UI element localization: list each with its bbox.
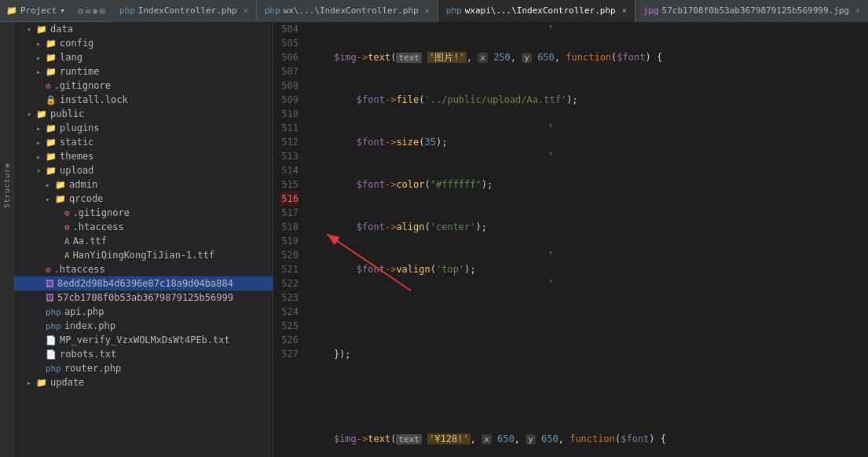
tree-file-install[interactable]: 🔒 install.lock [14, 93, 273, 107]
arrow-public [27, 110, 36, 119]
tree-file-hanyi-ttf[interactable]: A HanYiQingKongTiJian-1.ttf [14, 248, 273, 262]
code-line-510 [311, 305, 862, 319]
folder-icon-config: 📁 [46, 38, 57, 49]
tree-folder-qrcode[interactable]: 📁 qrcode [14, 192, 273, 206]
tree-file-robots[interactable]: 📄 robots.txt [14, 347, 273, 361]
php-icon: php [265, 5, 280, 16]
file-tree: 📁 data 📁 config 📁 lang 📁 runtime ⚙ .giti… [14, 22, 273, 457]
arrow-data [27, 25, 36, 34]
dropdown-icon[interactable]: ▾ [60, 5, 65, 16]
tree-folder-upload[interactable]: 📁 upload [14, 163, 273, 177]
arrow-themes [36, 152, 46, 161]
folder-icon-qrcode: 📁 [55, 194, 66, 204]
folder-icon-data: 📁 [36, 24, 47, 35]
code-line-507: $font->color("#ffffff"); [311, 177, 862, 192]
tree-file-api[interactable]: php api.php [14, 305, 273, 319]
file-icon-robots: 📄 [46, 349, 57, 360]
project-icon: 📁 [6, 5, 17, 16]
file-icon-mpverify: 📄 [46, 335, 57, 345]
editor-area: 504 505 506 507 508 509 510 511 512 513 … [273, 22, 868, 457]
toolbar-icon-2[interactable]: ≡ [85, 5, 90, 16]
file-icon-htaccess1: ⚙ [64, 222, 70, 232]
folder-icon-upload: 📁 [46, 166, 57, 176]
tree-file-index[interactable]: php index.php [14, 319, 273, 333]
code-text[interactable]: $img->text(text '图片!', x 250, y 650, fun… [305, 22, 868, 457]
file-icon-lock: 🔒 [46, 95, 57, 105]
file-icon-img1: 🖼 [46, 279, 54, 289]
tab-jpg[interactable]: jpg 57cb1708f0b53ab3679879125b569999.jpg… [635, 0, 868, 22]
arrow-admin [46, 181, 55, 189]
tree-file-gitignore2[interactable]: ⚙ .gitignore [14, 206, 273, 220]
tab-bar: php IndexController.php × php wx\...\Ind… [112, 0, 868, 22]
tree-folder-config[interactable]: 📁 config [14, 36, 273, 50]
toolbar-icon-3[interactable]: ✱ [92, 5, 97, 16]
arrow-runtime [36, 68, 46, 76]
project-label: 📁 Project ▾ [6, 5, 65, 16]
arrow-update [27, 378, 36, 387]
tab-wxapi-indexcontroller[interactable]: php wxapi\...\IndexController.php × [438, 0, 635, 22]
arrow-plugins [36, 124, 46, 133]
arrow-config [36, 39, 46, 48]
folder-icon-public: 📁 [36, 109, 47, 119]
file-icon-git2: ⚙ [64, 208, 70, 218]
line-numbers: 504 505 506 507 508 509 510 511 512 513 … [273, 22, 305, 457]
tree-file-img2[interactable]: 🖼 57cb1708f0b53ab3679879125b56999 [14, 291, 273, 305]
arrow-lang [36, 53, 46, 62]
folder-icon-static: 📁 [46, 137, 57, 148]
tab-wx-indexcontroller[interactable]: php wx\...\IndexController.php × [257, 0, 438, 22]
folder-icon-admin: 📁 [55, 180, 66, 190]
tab-close-3[interactable]: × [622, 6, 627, 15]
code-line-509: $font->valign('top'); [311, 262, 862, 276]
php-icon: php [119, 5, 135, 16]
code-container[interactable]: 504 505 506 507 508 509 510 511 512 513 … [273, 22, 868, 457]
arrow-upload [36, 166, 46, 175]
file-icon-ttf2: A [64, 250, 70, 261]
folder-icon-runtime: 📁 [46, 67, 57, 77]
arrow-qrcode [46, 195, 55, 203]
tree-file-mpverify[interactable]: 📄 MP_verify_VzxWOLMxDsWt4PEb.txt [14, 333, 273, 347]
toolbar-icon-4[interactable]: ⊞ [100, 5, 105, 16]
file-icon-index: php [46, 321, 61, 331]
code-line-504: $img->text(text '图片!', x 250, y 650, fun… [311, 50, 862, 64]
tab-close-1[interactable]: × [244, 6, 248, 15]
file-icon-htaccess2: ⚙ [46, 265, 51, 275]
tree-file-gitignore1[interactable]: ⚙ .gitignore [14, 79, 273, 93]
file-icon-api: php [46, 307, 61, 317]
jpg-icon: jpg [643, 5, 659, 16]
file-icon-img2: 🖼 [46, 293, 54, 303]
code-line-505: $font->file('../public/upload/Aa.ttf'); [311, 93, 862, 107]
toolbar-icon-1[interactable]: ⚙ [78, 5, 83, 16]
folder-icon-update: 📁 [36, 378, 47, 388]
left-strip: Structure [0, 22, 14, 457]
folder-icon-themes: 📁 [46, 152, 57, 162]
tree-file-htaccess1[interactable]: ⚙ .htaccess [14, 220, 273, 234]
tree-folder-themes[interactable]: 📁 themes [14, 149, 273, 163]
tree-file-img1[interactable]: 🖼 8edd2d98b4d6396e87c18a9d04ba884 [14, 276, 273, 291]
file-icon-ttf1: A [64, 236, 70, 247]
tree-folder-update[interactable]: 📁 update [14, 375, 273, 389]
code-line-513: $img->text(text '¥128!', x 650, y 650, f… [311, 432, 862, 446]
tab-close-2[interactable]: × [425, 6, 430, 15]
tree-file-aa-ttf[interactable]: A Aa.ttf [14, 234, 273, 248]
tree-folder-plugins[interactable]: 📁 plugins [14, 121, 273, 135]
tree-file-htaccess2[interactable]: ⚙ .htaccess [14, 262, 273, 276]
tree-folder-static[interactable]: 📁 static [14, 135, 273, 149]
tree-folder-data[interactable]: 📁 data [14, 22, 273, 36]
structure-label: Structure [1, 179, 13, 192]
folder-icon-lang: 📁 [46, 53, 57, 63]
file-icon-git1: ⚙ [46, 81, 51, 91]
title-bar: 📁 Project ▾ ⚙ ≡ ✱ ⊞ php IndexController.… [0, 0, 868, 22]
main-area: Structure 📁 data 📁 config 📁 lang 📁 runti… [0, 22, 868, 457]
tab-close-4[interactable]: × [855, 6, 860, 15]
tree-file-router[interactable]: php router.php [14, 361, 273, 375]
tree-folder-lang[interactable]: 📁 lang [14, 50, 273, 64]
folder-icon-plugins: 📁 [46, 123, 57, 133]
php-icon: php [446, 5, 462, 16]
code-line-506: $font->size(35); [311, 135, 862, 149]
tree-folder-admin[interactable]: 📁 admin [14, 177, 273, 192]
tab-indexcontroller-1[interactable]: php IndexController.php × [112, 0, 257, 22]
tree-folder-runtime[interactable]: 📁 runtime [14, 64, 273, 79]
tree-folder-public[interactable]: 📁 public [14, 107, 273, 121]
arrow-static [36, 138, 46, 147]
code-line-508: $font->align('center'); [311, 220, 862, 234]
